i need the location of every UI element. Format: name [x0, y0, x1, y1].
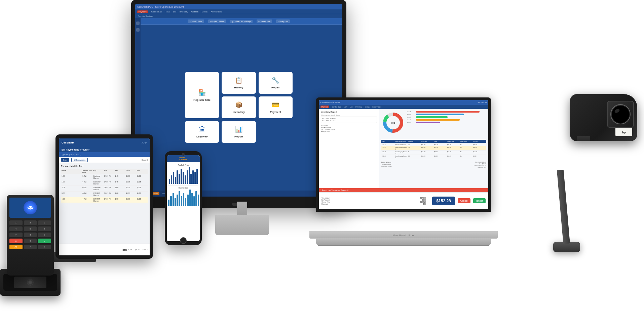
ls-item-row1: Item: All Products	[321, 127, 377, 128]
ls-menu-combosale[interactable]: Combo Sale	[332, 106, 341, 108]
laptop-brand: MacBook Pro	[393, 234, 414, 237]
tile-inventory[interactable]: 📦 Inventory	[222, 96, 256, 118]
toolbar-sale-check[interactable]: ✓ Sale Check	[188, 19, 204, 23]
ps-bar-7	[181, 169, 182, 184]
ls-menu-inventory[interactable]: Inventory	[355, 106, 362, 108]
terminal-key-3[interactable]: 3	[38, 220, 51, 225]
ps-bar2-11	[189, 190, 191, 206]
ps-bar-9	[185, 175, 186, 184]
ls-detail-label: Item Details	[321, 124, 377, 126]
ts-table-header: Name Transaction Line Pay Bal Tax Total …	[61, 169, 148, 174]
terminal-key-1[interactable]: 1	[9, 220, 23, 225]
tile-layaway[interactable]: 🏛 Layaway	[185, 121, 219, 143]
terminal-key-2[interactable]: 2	[24, 220, 37, 225]
ps-chart1-title: Avg Sale Price	[168, 164, 198, 166]
ls-menu-admin[interactable]: Admin Tools	[372, 106, 381, 108]
ps-bar2-1	[168, 200, 169, 206]
tile-report[interactable]: 📊 Report	[222, 121, 256, 143]
ps-logo: Retail Express	[179, 157, 187, 161]
screen-breadcrumb: Admin's Register	[135, 14, 342, 18]
terminal-key-enter[interactable]: ✓	[38, 239, 51, 243]
tile-register-sale[interactable]: 🏪 Register Sale	[185, 72, 219, 118]
ls-item-row3: Average: $4.61	[321, 131, 377, 132]
ps-bars1-container	[168, 167, 198, 184]
terminal-key-9[interactable]: 9	[38, 233, 51, 237]
terminal-key-clear[interactable]: ⌫	[9, 245, 23, 249]
terminal-key-hash[interactable]: #	[38, 245, 51, 249]
terminal-key-7[interactable]: 7	[9, 233, 23, 237]
toolbar-day-end[interactable]: ⊙ Day End	[276, 19, 290, 23]
ls-filter-box: 2014-2019 - 2014-2019 Store: 0001 - Loca…	[321, 117, 377, 123]
ps-bar-2	[171, 175, 172, 184]
ps-bar2-15	[198, 195, 199, 206]
menu-weblink[interactable]: Weblink	[191, 11, 198, 13]
ts-total-values: 6.14 $5.40 $6.57	[128, 249, 148, 251]
ls-menu-extras[interactable]: Extras	[365, 106, 370, 108]
toolbar-open-drawer[interactable]: ⊞ Open Drawer	[208, 19, 226, 23]
ls-col-status: Shift Hours	[460, 140, 472, 142]
ts-brand: CellSmart	[62, 141, 74, 144]
menu-list[interactable]: List	[173, 11, 176, 13]
ps-bar-12	[190, 174, 192, 184]
terminal-key-5[interactable]: 5	[24, 226, 37, 231]
terminal-key-4[interactable]: 4	[9, 226, 23, 231]
screen-menubar[interactable]: Payment Combo Sale New List Inventory We…	[135, 9, 342, 14]
ts-section-title: Execute Mobile Text	[61, 165, 148, 167]
ps-bars2-container	[167, 190, 200, 206]
ls-chart-area: Top Item A Item B	[381, 111, 486, 138]
ls-col-qty: Quantity	[408, 140, 421, 142]
register-sale-icon: 🏪	[198, 89, 206, 96]
laptop-screen-part: CellSmart POS - CSP1007 AR TPAC08 Paymen…	[316, 97, 491, 212]
phone-frame: Retail Express Avg Sale Price	[165, 151, 202, 245]
sidebar-home-icon	[136, 22, 140, 25]
ls-billing-area: Billing Address 123 Main Street City, St…	[381, 161, 486, 168]
tile-history[interactable]: 📋 History	[222, 72, 256, 94]
ls-cancel-button[interactable]: Cancel	[458, 198, 470, 203]
menu-extras[interactable]: Extras	[202, 11, 207, 13]
ls-table-row-1: 10114Nike Retail Name25$25.00$15.00$25.0…	[381, 143, 486, 146]
phone-home-button[interactable]	[180, 237, 187, 244]
menu-payment[interactable]: Payment	[137, 10, 148, 13]
ls-menubar[interactable]: Payment Combo Sale New List Inventory Ex…	[319, 105, 488, 109]
tablet-screen: CellSmart ALT-14 Bill Payment By Provide…	[59, 138, 150, 255]
ts-recoveries-btn[interactable]: 1 Recoveries	[71, 158, 88, 162]
menu-inventory[interactable]: Inventory	[180, 11, 188, 13]
tile-payment[interactable]: 💳 Payment	[259, 96, 293, 118]
toolbar-shift-open[interactable]: ⚙ Shift Open	[257, 19, 272, 23]
ls-warning-text: 1 Errors	[320, 189, 327, 191]
ls-menu-payment[interactable]: Payment	[320, 106, 329, 108]
ls-left-title: Inventory Report	[321, 111, 377, 113]
ts-total-label: Total	[121, 249, 127, 251]
ls-tender-button[interactable]: Tender	[473, 198, 486, 203]
svg-point-6	[612, 106, 629, 123]
toolbar-print[interactable]: 🖨 Print Last Receipt	[230, 20, 252, 23]
terminal-key-8[interactable]: 8	[24, 233, 37, 237]
terminal-keypad[interactable]: 1 2 3 4 5 6 7 8 9 ✕ 0 ✓ ⌫ * #	[9, 220, 51, 249]
ls-menu-new[interactable]: New	[344, 106, 347, 108]
menu-combosale[interactable]: Combo Sale	[151, 11, 162, 13]
ls-bar-b	[416, 114, 464, 115]
payment-icon: 💳	[272, 101, 279, 109]
ts-sync-btn[interactable]: Sync	[61, 158, 69, 162]
tile-repair[interactable]: 🔧 Repair	[259, 72, 293, 94]
ls-col-sku: SKU	[382, 140, 395, 142]
ts-col-total: Total	[126, 169, 136, 173]
ts-table-row-5: 4.08 4-PM CSV PM Glance 34.05 PM 1.08 $1…	[61, 197, 148, 203]
terminal-key-6[interactable]: 6	[38, 226, 51, 231]
terminal-screen-display	[9, 198, 51, 218]
terminal-roll-core	[27, 279, 34, 286]
ps-bar2-5	[177, 195, 178, 206]
terminal-key-cancel[interactable]: ✕	[9, 239, 23, 243]
ls-menu-list[interactable]: List	[350, 106, 352, 108]
menu-new[interactable]: New	[166, 11, 170, 13]
ps-header: Retail Express	[167, 155, 200, 162]
ls-col-profit: Retail Price	[447, 140, 460, 142]
terminal-key-star[interactable]: *	[24, 245, 37, 249]
terminal-key-0[interactable]: 0	[24, 239, 37, 243]
ls-table-row-3: 10116Item Display Name 38$15.00$8.00$15.…	[381, 151, 486, 155]
inventory-label: Inventory	[233, 111, 245, 114]
menu-admintools[interactable]: Admin Tools	[211, 11, 222, 13]
ps-bar2-8	[183, 193, 184, 206]
terminal-roll-body	[3, 274, 57, 291]
scanner-trigger[interactable]	[577, 136, 590, 141]
